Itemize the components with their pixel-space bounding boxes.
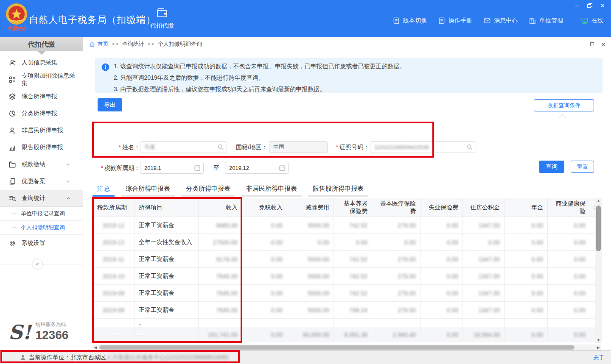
period-to-input[interactable]: 2019.12	[225, 162, 289, 174]
column-header-基本养老保险费: 基本养老保险费	[334, 198, 372, 217]
header-nav-版本切换[interactable]: 版本切换	[392, 17, 427, 25]
cell-value: 742.52	[349, 273, 367, 280]
cell-value: 9985.00	[216, 222, 238, 229]
horizontal-scroll-thumb[interactable]	[99, 345, 575, 350]
sidebar-item-优惠备案[interactable]: 优惠备案	[0, 173, 83, 190]
name-input[interactable]: 马某	[140, 141, 227, 153]
period-label: 税款所属期：	[92, 162, 140, 174]
cell-value: 0.00	[574, 290, 586, 297]
column-header-所得项目: 所得项目	[135, 198, 199, 217]
reset-button[interactable]: 重置	[571, 161, 594, 173]
calendar-icon[interactable]	[279, 164, 286, 171]
logo-caption: 中国税务	[2, 25, 31, 32]
sidebar-item-分类所得申报[interactable]: 分类所得申报	[0, 105, 83, 122]
column-header-税款所属期: 税款所属期	[93, 198, 135, 217]
cell-value: 18,564.00	[474, 331, 500, 338]
scroll-right-icon[interactable]: ▶	[595, 345, 601, 350]
panel-maximize-icon[interactable]	[590, 42, 594, 46]
column-header-失业保险费: 失业保险费	[420, 198, 463, 217]
cell-value: 742.52	[349, 290, 367, 297]
cell-value: 2019-10	[103, 273, 124, 280]
cell-value: 0.00	[574, 273, 586, 280]
sidebar-item-综合所得申报[interactable]: 综合所得申报	[0, 88, 83, 105]
header-nav-操作手册[interactable]: 操作手册	[438, 17, 472, 25]
cell-value: 0.00	[532, 331, 543, 338]
cell-value: 0.00	[532, 239, 543, 246]
sidebar-subitem-个人扣缴明细查询[interactable]: 个人扣缴明细查询	[0, 221, 83, 235]
notice-box: 1. 该查询统计表仅能查询已申报成功的数据，不包含未申报、申报失败，已申报但已作…	[95, 58, 603, 93]
sidebar-item-专项附加扣除信息采集[interactable]: 专项附加扣除信息采集	[0, 71, 83, 88]
header-nav-单位管理[interactable]: 单位管理	[529, 17, 563, 25]
table-row-4: 2019-09正常工资薪金7645.000.005000.00742.52279…	[93, 285, 596, 302]
export-button[interactable]: 导出	[98, 98, 122, 111]
search-icon[interactable]	[217, 144, 224, 150]
search-button[interactable]: 查询	[539, 161, 564, 173]
id-number-input[interactable]: 110102199309422035	[370, 141, 476, 153]
notice-line-1: 1. 该查询统计表仅能查询已申报成功的数据，不包含未申报、申报失败，已申报但已作…	[114, 61, 596, 72]
person2-icon	[8, 127, 16, 134]
cell-value: 正常工资薪金	[139, 289, 174, 296]
column-header-收入: 收入	[199, 198, 242, 217]
tab-汇总[interactable]: 汇总	[92, 182, 115, 197]
sidebar-item-非居民所得申报[interactable]: 非居民所得申报	[0, 122, 83, 139]
about-link[interactable]: 关于	[593, 354, 604, 361]
cell-value: 0.00	[447, 273, 458, 280]
scroll-down-icon[interactable]: ▼	[595, 337, 602, 343]
search-icon[interactable]	[466, 144, 473, 150]
column-header-住房公积金: 住房公积金	[463, 198, 504, 217]
module-tab-label: 代扣代缴	[145, 22, 179, 30]
header-nav-label: 消息中心	[494, 17, 518, 25]
hotline-label: 纳税服务热线	[35, 321, 68, 328]
vertical-scrollbar[interactable]: ▲ ▼	[595, 198, 602, 343]
doc-icon	[438, 17, 446, 25]
sidebar-collapse-button[interactable]: «	[32, 258, 43, 270]
sidebar-item-人员信息采集[interactable]: 人员信息采集	[0, 54, 83, 71]
scroll-up-icon[interactable]: ▲	[595, 198, 602, 204]
minimize-icon[interactable]: ─	[572, 1, 582, 10]
title-bar: 中国税务 自然人电子税务局（扣缴端） 代扣代缴 版本切换操作手册消息中心单位管理…	[0, 0, 611, 37]
cell-value: 0.00	[356, 239, 367, 246]
cell-value: 7645.00	[216, 290, 238, 297]
gear-icon	[8, 239, 16, 247]
name-label: 姓名：	[101, 141, 140, 153]
sidebar-item-系统设置[interactable]: 系统设置	[0, 235, 83, 252]
cell-value: 0.00	[271, 331, 283, 338]
tab-分类所得申报表[interactable]: 分类所得申报表	[181, 182, 235, 197]
close-icon[interactable]: ✕	[597, 1, 608, 10]
home-icon	[89, 41, 95, 47]
panel-close-icon[interactable]: ✕	[601, 41, 606, 48]
sidebar-item-税款缴纳[interactable]: 税款缴纳	[0, 156, 83, 173]
table-header-row: 税款所属期所得项目收入免税收入减除费用基本养老保险费基本医疗保险费失业保险费住房…	[93, 198, 596, 217]
sidebar-subitem-单位申报记录查询[interactable]: 单位申报记录查询	[0, 207, 83, 221]
cell-value: 9178.00	[216, 256, 238, 263]
cell-value: 7645.00	[216, 307, 238, 314]
scroll-left-icon[interactable]: ◀	[92, 345, 98, 350]
tab-限售股所得申报表[interactable]: 限售股所得申报表	[308, 182, 368, 197]
calendar-icon[interactable]	[194, 164, 201, 171]
restore-icon[interactable]	[585, 1, 595, 10]
sidebar-item-查询统计[interactable]: 查询统计	[0, 190, 83, 207]
period-from-input[interactable]: 2019.1	[140, 162, 204, 174]
breadcrumb-home[interactable]: 首页	[98, 40, 109, 48]
module-tab-daikou[interactable]: 代扣代缴	[145, 7, 179, 30]
tab-非居民所得申报表[interactable]: 非居民所得申报表	[241, 182, 302, 197]
cell-value: 全年一次性奖金收入	[139, 239, 192, 245]
header-nav-消息中心[interactable]: 消息中心	[483, 17, 518, 25]
horizontal-scrollbar[interactable]: ◀ ▶	[92, 345, 601, 350]
cell-value: 5000.00	[308, 273, 329, 280]
sidebar-item-限售股所得申报[interactable]: 限售股所得申报	[0, 139, 83, 156]
app-title: 自然人电子税务局（扣缴端）	[29, 14, 156, 26]
to-label: 至	[209, 162, 224, 174]
collapse-query-button[interactable]: 收折查询条件	[534, 99, 594, 111]
header-nav: 版本切换操作手册消息中心单位管理在线	[392, 17, 603, 25]
breadcrumb: 首页 >> 查询统计 >> 个人扣缴明细查询 ✕	[83, 37, 611, 51]
cell-value: 5000.00	[308, 222, 329, 229]
vertical-scroll-thumb[interactable]	[596, 206, 601, 251]
column-header-减除费用: 减除费用	[287, 198, 334, 217]
sidebar-item-label: 人员信息采集	[22, 59, 57, 67]
header-nav-label: 版本切换	[403, 17, 427, 25]
tab-综合所得申报表[interactable]: 综合所得申报表	[121, 182, 175, 197]
table-row-total: ----161,741.000.0060,000.008,991.362,960…	[93, 327, 596, 343]
tax-emblem-logo	[5, 3, 28, 25]
header-nav-在线[interactable]: 在线	[581, 17, 603, 25]
